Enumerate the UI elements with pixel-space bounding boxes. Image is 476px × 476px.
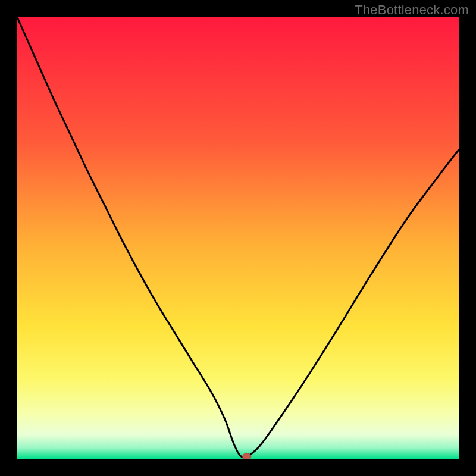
- gradient-background: [17, 17, 459, 459]
- bottleneck-chart: [17, 17, 459, 459]
- watermark-text: TheBottleneck.com: [355, 2, 469, 18]
- optimal-point-marker: [243, 453, 251, 459]
- chart-frame: TheBottleneck.com: [0, 0, 476, 476]
- plot-area: [17, 17, 459, 459]
